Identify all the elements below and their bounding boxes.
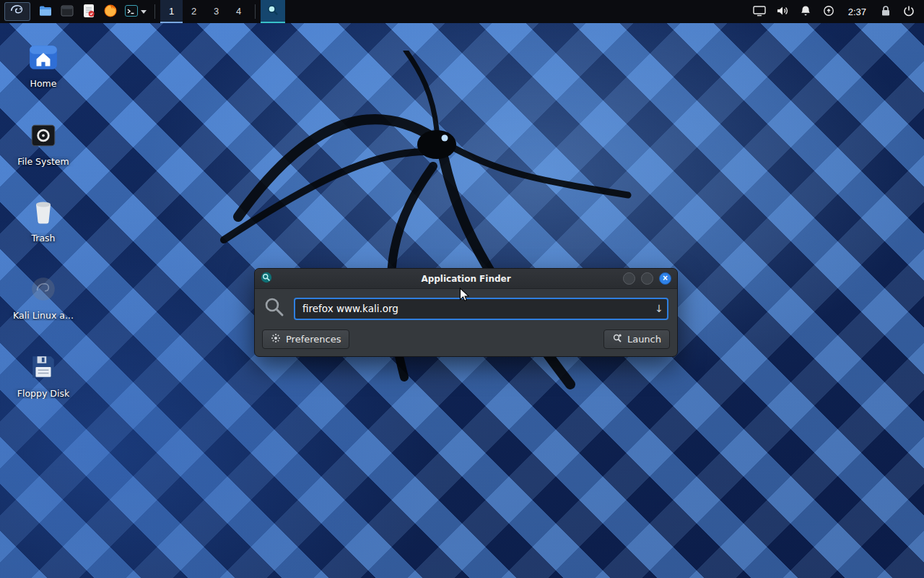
workspace-1-button[interactable]: 1 xyxy=(160,0,183,23)
desktop-icon-home[interactable]: Home xyxy=(9,40,78,89)
dark-window-icon xyxy=(60,4,74,20)
floppy-icon xyxy=(9,350,78,384)
monitor-icon xyxy=(753,5,766,19)
kali-menu-button[interactable] xyxy=(4,2,30,21)
logout-button[interactable] xyxy=(898,0,920,23)
kali-logo-icon xyxy=(9,3,25,21)
volume-tray-button[interactable] xyxy=(772,0,793,23)
terminal-launcher[interactable] xyxy=(121,0,149,23)
preferences-button[interactable]: Preferences xyxy=(262,329,349,349)
launch-label: Launch xyxy=(627,334,661,345)
window-title: Application Finder xyxy=(421,274,510,284)
power-icon xyxy=(903,5,915,19)
command-input[interactable] xyxy=(294,298,668,320)
circle-arrow-icon xyxy=(823,5,834,19)
chevron-down-icon xyxy=(141,10,147,14)
maximize-button[interactable] xyxy=(641,272,653,285)
search-icon xyxy=(263,296,285,321)
desktop-icon-trash[interactable]: Trash xyxy=(9,195,78,243)
bell-icon xyxy=(800,5,811,19)
display-settings-tray-button[interactable] xyxy=(749,0,770,23)
panel-separator xyxy=(255,4,256,19)
launch-button[interactable]: Launch xyxy=(603,329,670,349)
desktop-icon-label: File System xyxy=(9,156,78,167)
document-icon xyxy=(82,4,95,20)
lock-screen-button[interactable] xyxy=(875,0,897,23)
task-application-finder-button[interactable] xyxy=(261,0,285,23)
window-app-icon xyxy=(261,272,272,286)
home-icon xyxy=(9,40,78,74)
close-button[interactable]: × xyxy=(659,272,671,285)
preferences-label: Preferences xyxy=(286,334,341,345)
titlebar[interactable]: Application Finder × xyxy=(255,269,677,289)
text-editor-launcher[interactable] xyxy=(78,0,100,23)
folder-icon xyxy=(38,4,53,20)
notifications-tray-button[interactable] xyxy=(795,0,816,23)
gear-icon xyxy=(271,333,281,345)
top-panel: 1 2 3 4 xyxy=(0,0,924,23)
firefox-launcher[interactable] xyxy=(100,0,121,23)
desktop-surface: 1 2 3 4 xyxy=(0,0,924,578)
speaker-icon xyxy=(776,5,789,19)
workspace-4-button[interactable]: 4 xyxy=(227,0,250,23)
finder-body: ↓ xyxy=(255,289,677,325)
drive-icon xyxy=(9,118,78,152)
app-finder-icon xyxy=(266,4,279,19)
desktop-icon-label: Kali Linux a... xyxy=(9,310,78,321)
lock-icon xyxy=(881,5,891,19)
finder-button-row: Preferences Launch xyxy=(255,325,677,356)
application-finder-window: Application Finder × ↓ Preferences xyxy=(254,268,678,357)
clock[interactable]: 2:37 xyxy=(841,0,873,23)
workspace-2-button[interactable]: 2 xyxy=(183,0,205,23)
desktop-icon-file-system[interactable]: File System xyxy=(9,118,78,167)
files-launcher[interactable] xyxy=(56,0,78,23)
desktop-icon-floppy-disk[interactable]: Floppy Disk xyxy=(9,350,78,399)
terminal-icon xyxy=(124,4,139,20)
kali-dragon-wallpaper xyxy=(195,51,686,426)
trash-icon xyxy=(9,195,78,228)
desktop-icon-label: Home xyxy=(9,78,78,89)
launch-icon xyxy=(612,333,622,345)
file-manager-launcher[interactable] xyxy=(35,0,56,23)
panel-left: 1 2 3 4 xyxy=(4,0,285,23)
workspace-3-button[interactable]: 3 xyxy=(205,0,227,23)
desktop-icon-label: Floppy Disk xyxy=(9,388,78,399)
titlebar-buttons: × xyxy=(623,272,671,285)
minimize-button[interactable] xyxy=(623,272,635,285)
firefox-icon xyxy=(103,4,118,20)
command-input-wrap: ↓ xyxy=(294,298,668,320)
desktop-icon-label: Trash xyxy=(9,233,78,243)
desktop-icon-kali-linux[interactable]: Kali Linux a... xyxy=(9,272,78,321)
updates-tray-button[interactable] xyxy=(818,0,840,23)
panel-tray: 2:37 xyxy=(749,0,920,23)
kali-disc-icon xyxy=(9,272,78,306)
panel-separator xyxy=(154,4,155,19)
